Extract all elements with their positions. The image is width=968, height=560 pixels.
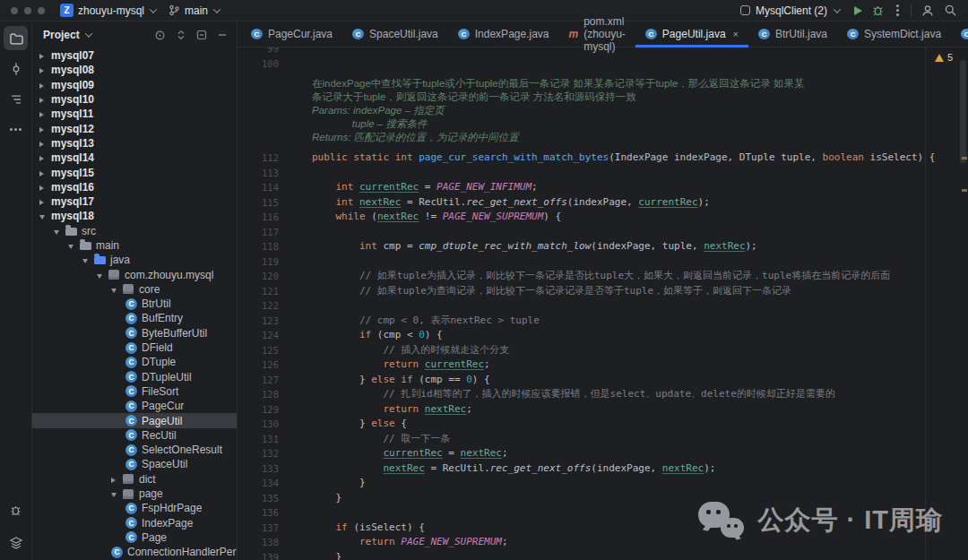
code-line-133[interactable]: 133 nextRec = RecUtil.rec_get_next_offs(… [238, 461, 968, 477]
tree-item-core[interactable]: core [32, 282, 237, 297]
tree-item-mysql11[interactable]: mysql11 [32, 107, 237, 121]
chevron-right-icon[interactable] [39, 181, 51, 194]
tab-indexpage-java[interactable]: CIndexPage.java [448, 22, 559, 47]
chevron-down-icon[interactable] [111, 487, 123, 500]
chevron-down-icon[interactable] [111, 283, 123, 296]
tab-pom-xml-zhouyu-mysql[interactable]: mpom.xml (zhouyu-mysql) [559, 22, 635, 47]
tree-item-java[interactable]: java [32, 253, 237, 267]
line-number[interactable]: 114 [238, 180, 279, 195]
code-line-132[interactable]: 132 currentRec = nextRec; [238, 446, 968, 461]
code-line-134[interactable]: 134 } [238, 476, 968, 491]
code-line-119[interactable]: 119 [238, 254, 968, 270]
tree-item-mysql07[interactable]: mysql07 [32, 48, 237, 63]
tab-spaceutil-java[interactable]: CSpaceUtil.java [342, 22, 448, 47]
line-number[interactable]: 138 [238, 535, 279, 550]
code-line-124[interactable]: 124 if (cmp < 0) { [238, 328, 968, 343]
code-line-122[interactable]: 122 [238, 298, 968, 314]
code-line-120[interactable]: 120 // 如果tuple为插入记录，则比较下一条记录是否比tuple大，如果… [238, 269, 968, 284]
line-number[interactable] [238, 131, 279, 144]
code-line-118[interactable]: 118 int cmp = cmp_dtuple_rec_with_match_… [238, 239, 968, 254]
chevron-right-icon[interactable] [39, 123, 51, 135]
tree-item-bytebufferutil[interactable]: CByteBufferUtil [32, 326, 237, 340]
tab-pagecur-java[interactable]: CPageCur.java [241, 22, 342, 47]
tree-item-selectoneresult[interactable]: CSelectOneResult [32, 443, 237, 457]
chevron-right-icon[interactable] [111, 473, 123, 486]
tree-item-fsphdrpage[interactable]: CFspHdrPage [32, 501, 237, 515]
line-number[interactable]: 117 [238, 225, 279, 240]
code-line-117[interactable]: 117 [238, 225, 968, 240]
expand-all-button[interactable] [176, 30, 186, 40]
code-line-131[interactable]: 131 // 取一下一条 [238, 432, 968, 447]
chevron-right-icon[interactable] [39, 108, 51, 120]
line-number[interactable]: 128 [238, 387, 279, 402]
tree-item-mysql09[interactable]: mysql09 [32, 78, 237, 92]
tree-item-pageutil[interactable]: CPageUtil [32, 413, 237, 427]
chevron-right-icon[interactable] [39, 195, 51, 208]
chevron-right-icon[interactable] [39, 49, 51, 62]
code-line-125[interactable]: 125 // 插入的时候就走这个分支 [238, 343, 968, 358]
debug-tool-button[interactable] [4, 498, 28, 522]
inspections-widget[interactable]: 5 [931, 51, 956, 64]
code-line-139[interactable]: 139 } [238, 550, 968, 560]
code-line-126[interactable]: 126 return currentRec; [238, 358, 968, 373]
chevron-down-icon[interactable] [39, 210, 51, 222]
line-number[interactable]: 119 [238, 254, 279, 270]
branch-widget[interactable]: main [162, 3, 226, 19]
collapse-all-button[interactable] [196, 30, 207, 40]
code-line-112[interactable]: 112public static int page_cur_search_wit… [238, 151, 968, 166]
tree-item-mysql16[interactable]: mysql16 [32, 180, 237, 194]
code-line-114[interactable]: 114 int currentRec = PAGE_NEW_INFIMUM; [238, 180, 968, 195]
line-number[interactable]: 134 [238, 476, 279, 491]
tree-item-pagecur[interactable]: CPageCur [32, 399, 237, 413]
tree-item-dtupleutil[interactable]: CDTupleUtil [32, 370, 237, 384]
run-button[interactable] [854, 6, 862, 15]
line-number[interactable]: 118 [238, 239, 279, 254]
code-line-130[interactable]: 130 } else { [238, 417, 968, 432]
commit-tool-button[interactable] [4, 56, 28, 81]
tree-item-recutil[interactable]: CRecUtil [32, 428, 237, 443]
chevron-right-icon[interactable] [39, 137, 51, 150]
line-number[interactable]: 133 [238, 461, 279, 477]
line-number[interactable] [238, 104, 279, 117]
hide-panel-button[interactable] [217, 30, 228, 40]
doc-comment-line[interactable]: tuple – 搜索条件 [238, 117, 968, 131]
line-number[interactable]: 132 [238, 446, 279, 461]
tree-item-spaceutil[interactable]: CSpaceUtil [32, 457, 237, 471]
editor[interactable]: 99100在indexPage中查找等于tuple或小于tuple的最后一条记录… [238, 47, 968, 560]
tree-item-mysql12[interactable]: mysql12 [32, 121, 237, 135]
tree-item-mysql18[interactable]: mysql18 [32, 209, 237, 223]
doc-comment-line[interactable]: Returns: 匹配记录的位置，为记录的中间位置 [238, 131, 968, 144]
chevron-right-icon[interactable] [39, 151, 51, 164]
line-number[interactable]: 131 [238, 432, 279, 447]
line-number[interactable]: 129 [238, 402, 279, 418]
tree-item-btrutil[interactable]: CBtrUtil [32, 297, 237, 311]
code-line-116[interactable]: 116 while (nextRec != PAGE_NEW_SUPREMUM)… [238, 210, 968, 225]
code-line-121[interactable]: 121 // 如果tuple为查询记录，则比较下一条记录记录是否等于tuple，… [238, 284, 968, 299]
tree-item-connectionhandlerpert[interactable]: CConnectionHandlerPerT [32, 545, 237, 559]
tree-item-bufentry[interactable]: CBufEntry [32, 311, 237, 325]
tree-item-dtuple[interactable]: CDTuple [32, 355, 237, 369]
tree-item-main[interactable]: main [32, 238, 237, 253]
line-number[interactable]: 100 [238, 56, 279, 72]
line-number[interactable]: 130 [238, 417, 279, 432]
project-panel-title[interactable]: Project [43, 29, 80, 41]
window-close-button[interactable] [11, 7, 18, 14]
chevron-right-icon[interactable] [39, 64, 51, 76]
code-line-113[interactable]: 113 [238, 166, 968, 181]
chevron-right-icon[interactable] [39, 79, 51, 91]
tree-item-mysql08[interactable]: mysql08 [32, 63, 237, 77]
tree-item-com-zhouyu-mysql[interactable]: com.zhouyu.mysql [32, 267, 237, 281]
line-number[interactable]: 121 [238, 284, 279, 299]
close-tab-icon[interactable]: × [733, 29, 739, 39]
line-number[interactable] [238, 117, 279, 131]
chevron-down-icon[interactable] [82, 254, 94, 266]
line-number[interactable]: 120 [238, 269, 279, 284]
code-line-129[interactable]: 129 return nextRec; [238, 402, 968, 418]
line-number[interactable] [238, 77, 279, 90]
tree-item-src[interactable]: src [32, 224, 237, 238]
tab-pageutil-java[interactable]: CPageUtil.java× [635, 22, 748, 47]
window-minimize-button[interactable] [24, 7, 31, 14]
line-number[interactable]: 122 [238, 298, 279, 314]
tree-item-dfield[interactable]: CDField [32, 340, 237, 355]
code-line-115[interactable]: 115 int nextRec = RecUtil.rec_get_next_o… [238, 195, 968, 211]
